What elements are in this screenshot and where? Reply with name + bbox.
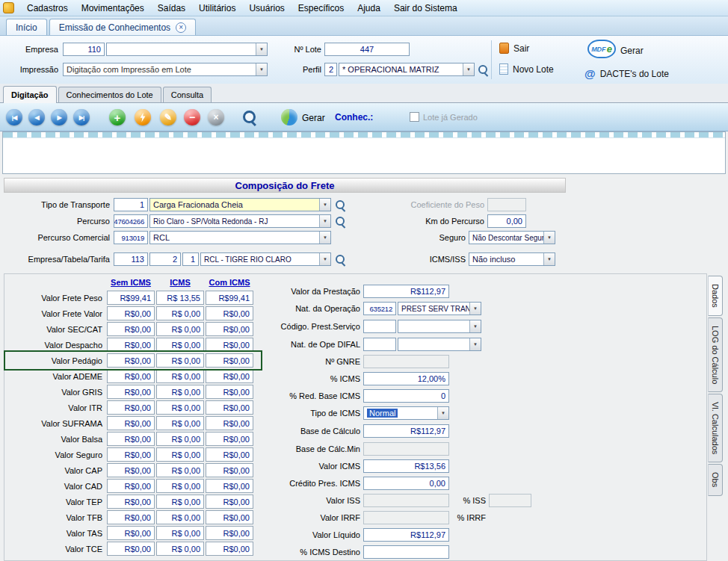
nav-prev-button[interactable]: ◀ xyxy=(28,109,45,125)
cancel-button[interactable]: × xyxy=(208,109,224,125)
valores-icms-field[interactable]: R$ 0,00 xyxy=(156,447,204,462)
menu-item[interactable]: Cadastros xyxy=(20,1,75,16)
valores-icms-field[interactable]: R$ 13,55 xyxy=(156,291,204,305)
lote-ja-gerado-checkbox[interactable] xyxy=(410,112,419,122)
icms-iss-combo[interactable]: Não incluso ▼ xyxy=(469,252,555,266)
valores-com-icms-field[interactable]: R$0,00 xyxy=(206,447,253,462)
valor-prestacao-field[interactable]: R$112,97 xyxy=(363,285,449,298)
valores-com-icms-field[interactable]: R$0,00 xyxy=(206,479,253,493)
codigo-prest-combo[interactable]: ▼ xyxy=(398,320,481,333)
tabela-empresa-field[interactable]: 113 xyxy=(114,252,148,266)
sair-button[interactable]: Sair xyxy=(499,43,529,54)
gerar-mdfe-button[interactable]: Gerar xyxy=(620,46,644,56)
valores-com-icms-field[interactable]: R$99,41 xyxy=(206,291,253,305)
chevron-down-icon[interactable]: ▼ xyxy=(543,232,555,244)
credito-pres-icms-field[interactable]: 0,00 xyxy=(363,477,449,490)
valores-icms-field[interactable]: R$ 0,00 xyxy=(156,338,204,352)
valores-com-icms-field[interactable]: R$0,00 xyxy=(206,542,253,556)
chevron-down-icon[interactable]: ▼ xyxy=(543,253,555,265)
tab-emissao-conhecimentos[interactable]: Emissão de Conhecimentos × xyxy=(49,19,196,35)
km-percurso-field[interactable]: 0,00 xyxy=(487,214,526,228)
valores-icms-field[interactable]: R$ 0,00 xyxy=(156,385,204,399)
add-record-button[interactable]: + xyxy=(109,109,126,125)
records-grid[interactable] xyxy=(2,131,726,174)
valores-sem-icms-field[interactable]: R$0,00 xyxy=(107,447,155,462)
tarifa-num-field[interactable]: 1 xyxy=(182,252,199,266)
chevron-down-icon[interactable]: ▼ xyxy=(319,199,330,211)
menu-item[interactable]: Movimentações xyxy=(75,1,151,16)
valores-com-icms-field[interactable]: R$0,00 xyxy=(206,338,253,352)
chevron-down-icon[interactable]: ▼ xyxy=(469,303,481,314)
nat-operacao-code-field[interactable]: 635212 xyxy=(363,302,396,315)
menu-item[interactable]: Utilitários xyxy=(192,1,242,16)
post-lightning-button[interactable] xyxy=(135,109,151,125)
valores-icms-field[interactable]: R$ 0,00 xyxy=(156,526,204,540)
percurso-comercial-combo[interactable]: RCL ▼ xyxy=(149,231,331,244)
valores-icms-field[interactable]: R$ 0,00 xyxy=(156,479,204,493)
valores-sem-icms-field[interactable]: R$0,00 xyxy=(107,400,155,415)
side-tab[interactable]: Obs xyxy=(708,464,723,495)
valores-icms-field[interactable]: R$ 0,00 xyxy=(156,306,204,320)
tarifa-combo[interactable]: RCL - TIGRE RIO CLARO ▼ xyxy=(200,252,331,266)
chevron-down-icon[interactable]: ▼ xyxy=(469,320,481,332)
tipo-transporte-code-field[interactable]: 1 xyxy=(114,198,148,211)
valores-icms-field[interactable]: R$ 0,00 xyxy=(156,353,204,368)
nav-next-button[interactable]: ▶ xyxy=(51,109,67,125)
delete-record-button[interactable]: − xyxy=(184,109,200,125)
valores-icms-field[interactable]: R$ 0,00 xyxy=(156,416,204,430)
nav-first-button[interactable]: |◀ xyxy=(6,109,22,125)
side-tab[interactable]: Dados xyxy=(708,276,723,316)
valores-icms-field[interactable]: R$ 0,00 xyxy=(156,369,204,383)
valores-com-icms-field[interactable]: R$0,00 xyxy=(206,432,253,446)
subtab[interactable]: Conhecimentos do Lote xyxy=(58,87,161,102)
nat-difal-combo[interactable]: ▼ xyxy=(398,338,481,351)
valores-sem-icms-field[interactable]: R$0,00 xyxy=(107,526,155,540)
gerar-toolbar-label[interactable]: Gerar xyxy=(302,113,325,123)
valores-sem-icms-field[interactable]: R$99,41 xyxy=(107,291,155,305)
valores-sem-icms-field[interactable]: R$0,00 xyxy=(107,495,155,509)
menu-item[interactable]: Específicos xyxy=(291,1,351,16)
icms-destino-field[interactable] xyxy=(363,545,449,559)
tab-close-icon[interactable]: × xyxy=(176,22,186,33)
nat-operacao-combo[interactable]: PREST SERV TRANSI ▼ xyxy=(398,302,481,315)
seguro-combo[interactable]: Não Descontar Seguro do Frete P ▼ xyxy=(469,231,555,244)
valores-com-icms-field[interactable]: R$0,00 xyxy=(206,385,253,399)
chevron-down-icon[interactable]: ▼ xyxy=(256,63,267,75)
search-icon[interactable] xyxy=(335,199,346,211)
novo-lote-button[interactable]: Novo Lote xyxy=(499,63,554,75)
tipo-transporte-combo[interactable]: Carga Fracionada Cheia ▼ xyxy=(149,198,331,211)
valores-icms-field[interactable]: R$ 0,00 xyxy=(156,463,204,477)
valores-icms-field[interactable]: R$ 0,00 xyxy=(156,322,204,336)
valores-com-icms-field[interactable]: R$0,00 xyxy=(206,526,253,540)
valores-sem-icms-field[interactable]: R$0,00 xyxy=(107,542,155,556)
subtab[interactable]: Consulta xyxy=(163,87,212,102)
valores-com-icms-field[interactable]: R$0,00 xyxy=(206,369,253,383)
perfil-code-field[interactable]: 2 xyxy=(324,63,337,76)
menu-item[interactable]: Ajuda xyxy=(351,1,387,16)
valores-sem-icms-field[interactable]: R$0,00 xyxy=(107,353,155,368)
valores-icms-field[interactable]: R$ 0,00 xyxy=(156,510,204,524)
dacte-button[interactable]: @ DACTE's do Lote xyxy=(584,67,669,80)
valores-sem-icms-field[interactable]: R$0,00 xyxy=(107,432,155,446)
valores-com-icms-field[interactable]: R$0,00 xyxy=(206,463,253,477)
valores-com-icms-field[interactable]: R$0,00 xyxy=(206,322,253,336)
codigo-prest-code-field[interactable] xyxy=(363,320,396,333)
percurso-comercial-code-field[interactable]: 913019 xyxy=(114,231,148,244)
chevron-down-icon[interactable]: ▼ xyxy=(463,63,474,75)
valor-icms-field[interactable]: R$13,56 xyxy=(363,459,449,473)
search-icon[interactable] xyxy=(335,216,346,227)
valores-sem-icms-field[interactable]: R$0,00 xyxy=(107,479,155,493)
search-records-icon[interactable] xyxy=(242,110,258,125)
perfil-combo[interactable]: * OPERACIONAL MATRIZ ▼ xyxy=(339,63,475,76)
search-icon[interactable] xyxy=(335,254,346,265)
menu-item[interactable]: Saídas xyxy=(151,1,192,16)
gerar-icon[interactable] xyxy=(281,109,297,125)
valores-com-icms-field[interactable]: R$0,00 xyxy=(206,416,253,430)
valores-com-icms-field[interactable]: R$0,00 xyxy=(206,495,253,509)
edit-record-button[interactable]: ✎ xyxy=(160,109,176,125)
valores-sem-icms-field[interactable]: R$0,00 xyxy=(107,338,155,352)
search-icon[interactable] xyxy=(478,64,489,75)
empresa-combo[interactable]: ▼ xyxy=(106,43,268,56)
tabela-num-field[interactable]: 2 xyxy=(149,252,181,266)
lote-field[interactable]: 447 xyxy=(324,43,410,56)
